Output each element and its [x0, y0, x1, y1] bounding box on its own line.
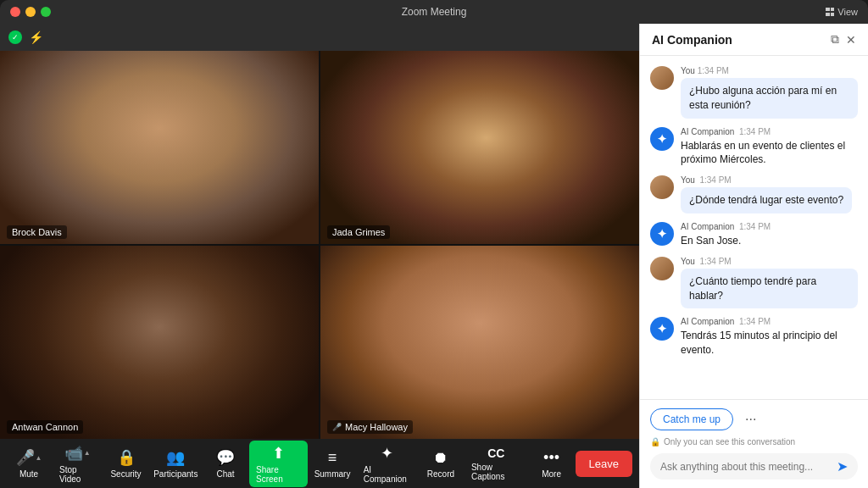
message-sender-2: AI Companion [681, 127, 734, 136]
external-link-icon[interactable]: ⧉ [831, 32, 839, 47]
message-time-1: 1:34 PM [698, 66, 729, 75]
mute-chevron: ▲ [36, 454, 42, 462]
lightning-icon: ⚡ [29, 30, 43, 44]
lock-icon: 🔒 [650, 437, 660, 446]
ai-panel-actions: ⧉ ✕ [831, 32, 856, 47]
message-sender-4: AI Companion [681, 222, 734, 231]
main-area: ⚡ Brock Davis Jada Grimes [0, 24, 868, 488]
maximize-button[interactable] [41, 7, 51, 17]
chat-icon: 💬 [216, 448, 235, 467]
message-content-6: AI Companion 1:34 PM Tendrás 15 minutos … [681, 317, 858, 358]
ai-companion-icon: ✦ [381, 444, 393, 463]
message-group-6: ✦ AI Companion 1:34 PM Tendrás 15 minuto… [650, 317, 858, 358]
view-label: View [837, 7, 858, 17]
user-avatar-5 [650, 257, 674, 280]
chat-input-area: ➤ [650, 453, 858, 480]
video-tile-antwan: Antwan Cannon [0, 246, 319, 439]
video-feed-jada [320, 51, 639, 244]
security-icon: 🔒 [117, 448, 136, 467]
ai-avatar-6: ✦ [650, 317, 674, 341]
ai-companion-panel: AI Companion ⧉ ✕ You 1:34 PM ¿Hubo algun… [639, 24, 868, 488]
more-label: More [542, 469, 561, 479]
video-tile-brock: Brock Davis [0, 51, 319, 244]
message-time-2: 1:34 PM [739, 127, 771, 136]
record-button[interactable]: ⏺ Record [419, 446, 463, 482]
message-group-3: You 1:34 PM ¿Dónde tendrá lugar este eve… [650, 175, 858, 214]
mic-icon-macy: 🎤 [332, 423, 342, 431]
show-captions-button[interactable]: CC Show Captions [465, 443, 528, 485]
chat-button[interactable]: 💬 Chat [203, 445, 248, 482]
participant-name-brock: Brock Davis [7, 225, 67, 239]
message-content-1: You 1:34 PM ¿Hubo alguna acción para mí … [681, 66, 858, 119]
message-bubble-4: En San Jose. [681, 234, 858, 248]
message-group-2: ✦ AI Companion 1:34 PM Hablarás en un ev… [650, 127, 858, 168]
video-feed-antwan [0, 246, 319, 439]
message-sender-3: You [681, 175, 695, 185]
ai-avatar-2: ✦ [650, 127, 674, 151]
message-group-5: You 1:34 PM ¿Cuánto tiempo tendré para h… [650, 257, 858, 309]
video-chevron: ▲ [84, 449, 91, 457]
security-label: Security [110, 469, 141, 479]
catch-me-up-row: Catch me up ··· [650, 408, 858, 430]
send-icon[interactable]: ➤ [837, 458, 848, 474]
catch-me-up-button[interactable]: Catch me up [650, 408, 733, 430]
summary-button[interactable]: ≡ Summary [309, 446, 354, 482]
message-meta-6: AI Companion 1:34 PM [681, 317, 858, 326]
window-title: Zoom Meeting [402, 6, 467, 18]
record-icon: ⏺ [433, 449, 448, 467]
more-options-button[interactable]: ··· [740, 410, 761, 429]
stop-video-button[interactable]: 📹 ▲ Stop Video [53, 441, 103, 487]
close-ai-panel-icon[interactable]: ✕ [846, 33, 856, 47]
message-time-4: 1:34 PM [739, 222, 771, 231]
ai-companion-button[interactable]: ✦ AI Companion [357, 441, 417, 487]
privacy-notice: 🔒 Only you can see this conversation [650, 437, 858, 446]
message-sender-6: AI Companion [681, 317, 734, 326]
record-label: Record [427, 469, 454, 479]
message-sender-1: You [681, 66, 695, 75]
ai-panel-header: AI Companion ⧉ ✕ [640, 24, 868, 56]
traffic-lights [10, 7, 51, 17]
summary-icon: ≡ [328, 449, 337, 467]
chat-input[interactable] [660, 461, 832, 473]
show-captions-label: Show Captions [471, 463, 521, 481]
participants-icon: 👥 [166, 448, 185, 467]
security-button[interactable]: 🔒 Security [104, 445, 148, 482]
message-bubble-2: Hablarás en un evento de clientes el pró… [681, 139, 858, 168]
participants-button[interactable]: 👥 Participants [150, 445, 203, 482]
mute-icon: 🎤 [16, 448, 35, 467]
privacy-text: Only you can see this conversation [664, 437, 795, 446]
share-screen-button[interactable]: ⬆ Share Screen [249, 441, 308, 487]
video-toolbar-top: ⚡ [0, 24, 639, 51]
user-avatar-1 [650, 66, 674, 90]
message-content-4: AI Companion 1:34 PM En San Jose. [681, 222, 858, 248]
ai-panel-title: AI Companion [652, 33, 732, 47]
message-bubble-3: ¿Dónde tendrá lugar este evento? [681, 187, 852, 214]
summary-label: Summary [314, 469, 351, 479]
mute-label: Mute [19, 469, 38, 479]
message-content-2: AI Companion 1:34 PM Hablarás en un even… [681, 127, 858, 168]
captions-icon: CC [487, 446, 504, 460]
participant-name-antwan: Antwan Cannon [7, 420, 83, 434]
message-bubble-5: ¿Cuánto tiempo tendré para hablar? [681, 269, 858, 309]
video-feed-macy [320, 246, 639, 439]
message-meta-4: AI Companion 1:34 PM [681, 222, 858, 231]
user-avatar-3 [650, 175, 674, 199]
leave-button[interactable]: Leave [576, 451, 632, 477]
minimize-button[interactable] [25, 7, 36, 17]
grid-icon [826, 8, 834, 16]
message-group-4: ✦ AI Companion 1:34 PM En San Jose. [650, 222, 858, 248]
video-tile-macy: 🎤 Macy Halloway [320, 246, 639, 439]
share-screen-label: Share Screen [256, 465, 301, 484]
view-button[interactable]: View [826, 7, 858, 17]
participants-label: Participants [153, 469, 198, 479]
video-icon: 📹 [64, 444, 83, 463]
more-button[interactable]: ••• More [530, 446, 574, 482]
message-meta-3: You 1:34 PM [681, 175, 858, 185]
message-time-5: 1:34 PM [699, 257, 731, 266]
close-button[interactable] [10, 7, 20, 17]
window-chrome: Zoom Meeting View [0, 0, 868, 24]
mute-button[interactable]: 🎤 ▲ Mute [7, 445, 51, 482]
participant-name-macy: 🎤 Macy Halloway [327, 420, 413, 434]
more-icon: ••• [543, 449, 559, 467]
message-bubble-6: Tendrás 15 minutos al principio del even… [681, 329, 858, 358]
